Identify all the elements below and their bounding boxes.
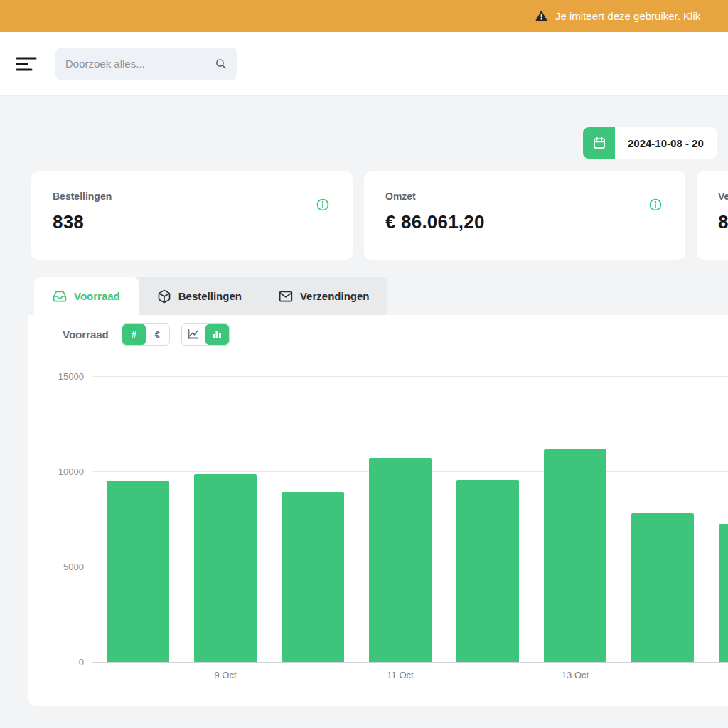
bars: 9 Oct11 Oct13 Oct (92, 376, 728, 662)
bar[interactable] (544, 449, 606, 662)
warning-triangle-icon (535, 9, 548, 23)
date-row: 2024-10-08 - 20 (0, 127, 728, 159)
impersonation-banner-text[interactable]: Je imiteert deze gebruiker. Klik (555, 10, 700, 22)
kpi-label: Ve (718, 191, 728, 202)
tab-bestellingen[interactable]: Bestellingen (139, 277, 260, 315)
bar-column: 13 Oct (544, 376, 606, 662)
bar-column: 9 Oct (194, 376, 257, 662)
kpi-label: Omzet (385, 191, 664, 202)
kpi-card-truncated: Ve 8 (697, 171, 728, 260)
bar[interactable] (194, 474, 257, 662)
kpi-card-omzet: Omzet € 86.061,20 (364, 171, 685, 260)
date-range-picker[interactable]: 2024-10-08 - 20 (583, 127, 717, 159)
x-tick-label: 9 Oct (194, 670, 257, 680)
calendar-icon[interactable] (583, 127, 615, 159)
tab-voorraad[interactable]: Voorraad (34, 277, 139, 315)
inbox-icon (53, 289, 67, 304)
unit-toggle: # € (122, 323, 170, 346)
tab-label: Bestellingen (178, 290, 242, 302)
chart-controls: Voorraad # € (28, 320, 728, 348)
y-tick-label: 10000 (58, 466, 84, 476)
global-search (55, 48, 237, 80)
chart-tabs: Voorraad Bestellingen Verzendingen (34, 277, 387, 315)
y-tick-label: 0 (79, 657, 84, 668)
hamburger-menu-icon[interactable] (14, 52, 38, 76)
impersonation-banner: Je imiteert deze gebruiker. Klik (0, 0, 728, 32)
info-icon[interactable] (316, 198, 330, 212)
bar[interactable] (719, 524, 728, 662)
kpi-label: Bestellingen (53, 191, 331, 202)
unit-count-button[interactable]: # (122, 324, 146, 345)
chart-y-axis: 050001000015000 (28, 376, 92, 662)
search-icon[interactable] (215, 58, 227, 70)
kpi-value: 8 (718, 211, 728, 233)
package-icon (157, 289, 171, 304)
info-icon[interactable] (648, 198, 663, 212)
y-tick-label: 5000 (63, 561, 84, 572)
tab-label: Voorraad (74, 290, 120, 302)
y-tick-label: 15000 (58, 371, 84, 382)
bar-column (719, 376, 728, 662)
bar-column: 11 Oct (369, 376, 432, 662)
envelope-icon (279, 289, 293, 304)
chart-section-label: Voorraad (63, 328, 109, 341)
x-tick-label: 13 Oct (544, 670, 606, 680)
kpi-cards-row: Bestellingen 838 Omzet € 86.061,20 Ve 8 (0, 171, 728, 260)
bar-column (107, 376, 169, 662)
kpi-value: 838 (53, 211, 331, 233)
bar[interactable] (282, 492, 344, 662)
search-input[interactable] (65, 58, 215, 70)
bar[interactable] (369, 458, 432, 662)
bar-column (631, 376, 694, 662)
stock-chart-card: Voorraad # € 050001000015000 (28, 315, 728, 706)
bar-chart-icon[interactable] (205, 324, 229, 345)
kpi-value: € 86.061,20 (385, 211, 664, 233)
bar[interactable] (456, 480, 519, 662)
gridline (92, 662, 728, 663)
bar-column (456, 376, 519, 662)
unit-currency-button[interactable]: € (146, 324, 169, 345)
chart-plot: 9 Oct11 Oct13 Oct (92, 376, 728, 662)
stock-bar-chart: 050001000015000 9 Oct11 Oct13 Oct (28, 376, 728, 662)
bar[interactable] (107, 481, 169, 662)
line-chart-icon[interactable] (182, 324, 205, 345)
tab-verzendingen[interactable]: Verzendingen (260, 277, 388, 315)
bar-column (282, 376, 344, 662)
x-tick-label: 11 Oct (369, 670, 432, 680)
date-range-label[interactable]: 2024-10-08 - 20 (615, 127, 717, 159)
tab-label: Verzendingen (300, 290, 370, 302)
bar[interactable] (631, 513, 694, 662)
dashboard-main: 2024-10-08 - 20 Bestellingen 838 Omzet €… (0, 96, 728, 706)
kpi-card-bestellingen: Bestellingen 838 (31, 171, 353, 260)
top-header (0, 32, 728, 96)
chart-type-toggle (181, 323, 230, 346)
